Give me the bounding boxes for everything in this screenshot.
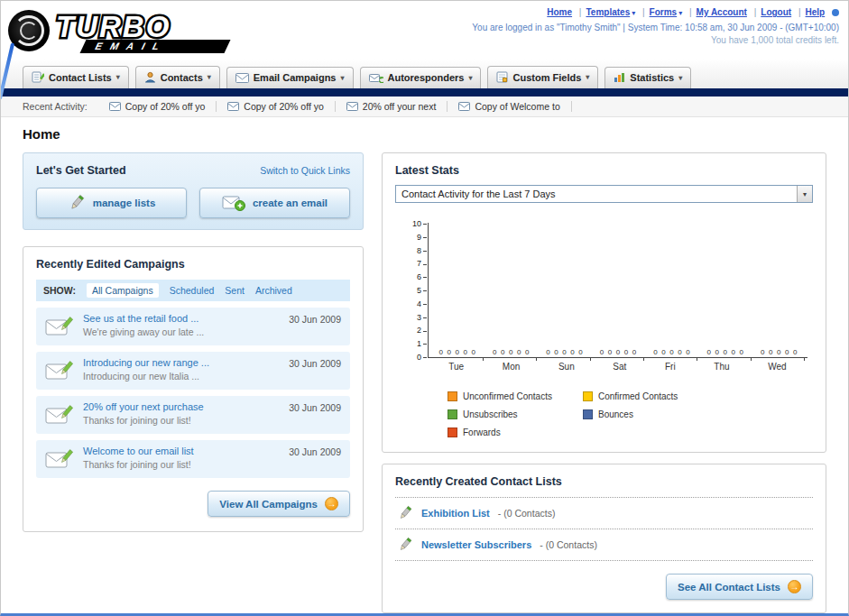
tab-autoresponders[interactable]: Autoresponders ▾	[360, 67, 482, 88]
chart-bar: 0	[669, 348, 674, 357]
contact-list-link[interactable]: Exhibition List	[421, 508, 490, 519]
campaign-title-link[interactable]: Welcome to our email list	[83, 446, 280, 456]
filter-sent[interactable]: Sent	[225, 285, 245, 296]
tab-label: Autoresponders	[388, 72, 465, 83]
contact-list-count: - (0 Contacts)	[498, 508, 556, 519]
chart-bar: 0	[546, 348, 551, 357]
create-email-button[interactable]: create an email	[199, 188, 350, 218]
x-tick-label: Mon	[503, 362, 520, 372]
manage-lists-button[interactable]: manage lists	[36, 188, 187, 218]
bar-value-label: 0	[570, 348, 574, 356]
bar-value-label: 0	[707, 348, 711, 356]
filter-scheduled[interactable]: Scheduled	[170, 285, 215, 296]
bar-value-label: 0	[517, 348, 521, 356]
top-link-my-account[interactable]: My Account	[697, 7, 747, 17]
campaigns-title: Recently Edited Campaigns	[36, 258, 350, 271]
bar-value-label: 0	[785, 348, 789, 356]
select-arrow-icon: ▾	[797, 186, 812, 202]
legend-item: Unconfirmed Contacts	[448, 391, 583, 401]
top-link-forms[interactable]: Forms	[650, 7, 678, 17]
chart-bar: 0	[706, 348, 712, 357]
bar-value-label: 0	[761, 348, 764, 356]
top-nav: Home Templates▾ Forms▾ My Account Logout…	[472, 7, 839, 17]
manage-lists-label: manage lists	[93, 198, 156, 208]
legend-item: Forwards	[448, 428, 583, 437]
content: Home Let's Get Started Switch to Quick L…	[1, 117, 848, 613]
chart-bar: 0	[739, 348, 744, 357]
campaign-row[interactable]: Welcome to our email list Thanks for joi…	[36, 440, 350, 478]
bar-value-label: 0	[438, 348, 442, 356]
top-link-help[interactable]: Help	[806, 7, 826, 17]
legend-item: Unsubscribes	[448, 409, 583, 419]
filter-archived[interactable]: Archived	[255, 285, 292, 296]
envelope-pencil-icon	[45, 360, 74, 382]
contact-list-item[interactable]: Exhibition List - (0 Contacts)	[395, 498, 813, 529]
email-campaigns-icon	[235, 73, 249, 83]
campaign-title-link[interactable]: See us at the retail food ...	[83, 313, 280, 324]
recent-activity-item[interactable]: Copy of 20% off yo	[98, 101, 217, 112]
chart-bar: 0	[731, 348, 736, 357]
bar-value-label: 0	[769, 348, 772, 356]
chart-bar-group: 00000	[760, 348, 798, 357]
recent-activity-text: Copy of 20% off yo	[244, 101, 324, 112]
chevron-down-icon: ▾	[468, 74, 472, 82]
campaign-row[interactable]: See us at the retail food ... We're givi…	[36, 308, 350, 345]
tab-custom-fields[interactable]: Custom Fields ▾	[487, 66, 598, 88]
tab-label: Email Campaigns	[254, 72, 337, 83]
chart-bar: 0	[792, 348, 798, 357]
chart-bar: 0	[768, 348, 773, 357]
tab-email-campaigns[interactable]: Email Campaigns ▾	[226, 67, 354, 88]
bar-value-label: 0	[715, 348, 719, 356]
legend-label: Confirmed Contacts	[598, 391, 678, 401]
recent-activity-item[interactable]: Copy of Welcome to	[448, 101, 571, 112]
page-title: Home	[23, 126, 826, 142]
stats-filter-select[interactable]: Contact Activity for the Last 7 Days ▾	[395, 185, 813, 203]
campaign-subtitle: Thanks for joining our list!	[83, 415, 280, 426]
chart-bar: 0	[599, 348, 604, 357]
chart-legend: Unconfirmed ContactsConfirmed ContactsUn…	[448, 391, 807, 437]
pencil-icon	[397, 537, 413, 553]
switch-quick-links-link[interactable]: Switch to Quick Links	[260, 165, 350, 176]
chevron-down-icon: ▾	[116, 73, 120, 81]
campaign-title-link[interactable]: Introducing our new range ...	[83, 357, 280, 368]
pencil-icon	[68, 194, 86, 212]
chart-bar: 0	[578, 348, 584, 357]
see-all-contact-lists-button[interactable]: See All Contact Lists →	[666, 574, 813, 600]
chevron-down-icon: ▾	[208, 73, 211, 81]
chart-bar-group: 00000	[599, 348, 637, 357]
top-link-templates[interactable]: Templates	[586, 7, 630, 17]
chart-bar: 0	[652, 348, 658, 357]
tab-contacts[interactable]: Contacts ▾	[135, 66, 220, 88]
bar-value-label: 0	[546, 348, 549, 356]
tab-statistics[interactable]: Statistics ▾	[604, 67, 691, 88]
view-all-campaigns-button[interactable]: View All Campaigns →	[208, 491, 350, 517]
corner-dot-icon	[832, 9, 839, 16]
create-email-label: create an email	[253, 198, 328, 208]
campaign-row[interactable]: 20% off your next purchase Thanks for jo…	[36, 396, 350, 434]
recent-activity-label: Recent Activity:	[23, 101, 88, 112]
get-started-title: Let's Get Started	[36, 164, 126, 177]
latest-stats-title: Latest Stats	[395, 164, 813, 177]
bar-value-label: 0	[600, 348, 604, 356]
recent-activity-item[interactable]: Copy of 20% off yo	[217, 101, 336, 112]
chart-bar: 0	[685, 348, 690, 357]
chart-bar: 0	[784, 348, 789, 357]
pencil-icon	[397, 505, 413, 521]
contact-list-item[interactable]: Newsletter Subscribers - (0 Contacts)	[395, 529, 813, 561]
credits-info: You have 1,000 total credits left.	[472, 35, 839, 45]
header: TURBO EMAIL Home Templates▾ Forms▾ My Ac…	[1, 1, 848, 59]
campaign-title-link[interactable]: 20% off your next purchase	[83, 401, 280, 412]
contact-list-link[interactable]: Newsletter Subscribers	[421, 539, 531, 550]
top-link-logout[interactable]: Logout	[761, 7, 791, 17]
chart-bar: 0	[723, 348, 728, 357]
filter-all-campaigns[interactable]: All Campaigns	[87, 283, 159, 298]
y-tick-label: 7	[411, 259, 427, 268]
logo-text: TURBO EMAIL	[52, 9, 242, 53]
campaign-row[interactable]: Introducing our new range ... Introducin…	[36, 352, 350, 390]
top-link-home[interactable]: Home	[547, 7, 572, 17]
chart-plot: 00000000000000000000000000000000000	[428, 223, 807, 358]
chart-bar: 0	[463, 348, 468, 357]
recent-activity-item[interactable]: 20% off your next	[336, 101, 448, 112]
chevron-down-icon: ▾	[340, 74, 344, 82]
tab-contact-lists[interactable]: Contact Lists ▾	[23, 66, 129, 88]
